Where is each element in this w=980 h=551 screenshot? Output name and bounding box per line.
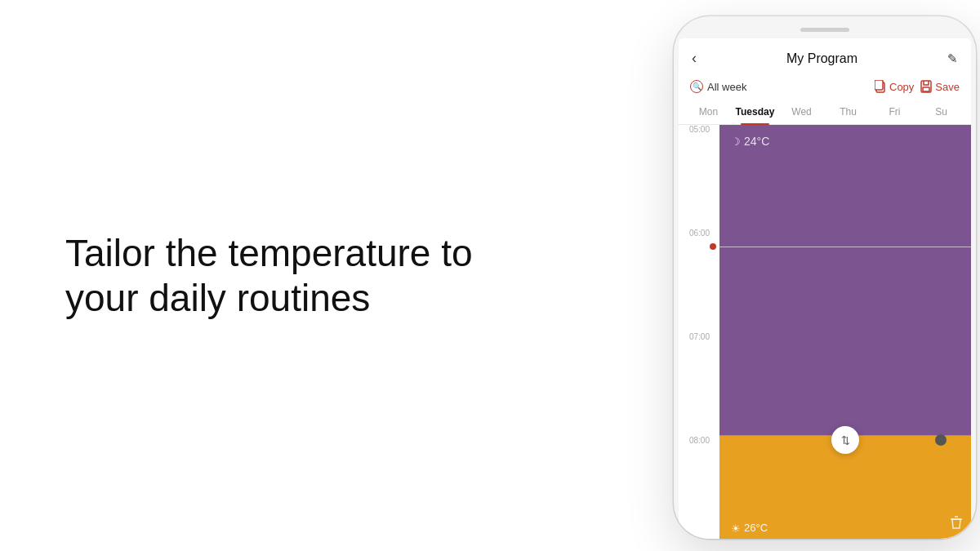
wake-temp: 26°C <box>744 522 768 534</box>
tab-wednesday[interactable]: Wed <box>778 100 825 124</box>
tab-tuesday[interactable]: Tuesday <box>732 100 778 124</box>
phone-frame: ‹ My Program ✎ 🔍 All week Copy <box>674 16 976 539</box>
app-header: ‹ My Program ✎ <box>679 38 971 75</box>
time-labels: 05:00 06:00 07:00 08:00 <box>679 125 719 539</box>
app-screen: ‹ My Program ✎ 🔍 All week Copy <box>679 38 971 539</box>
tab-thursday[interactable]: Thu <box>825 100 871 124</box>
timeline-marker <box>710 243 716 250</box>
all-week-button[interactable]: 🔍 All week <box>690 80 868 93</box>
drag-handle[interactable]: ⇅ <box>831 426 859 454</box>
copy-button[interactable]: Copy <box>875 80 914 93</box>
day-tabs: Mon Tuesday Wed Thu Fri Su <box>679 100 971 125</box>
time-label-0500: 05:00 <box>684 125 715 134</box>
tab-sunday[interactable]: Su <box>918 100 964 124</box>
sun-icon: ☀ <box>731 522 741 535</box>
headline: Tailor the temperature to your daily rou… <box>65 230 473 320</box>
action-row: 🔍 All week Copy Save <box>679 75 971 100</box>
save-label: Save <box>935 81 960 93</box>
moon-icon: ☽ <box>731 136 741 148</box>
wake-temp-label: ☀ 26°C <box>731 522 768 535</box>
drag-arrows: ⇅ <box>841 434 850 447</box>
tab-friday[interactable]: Fri <box>871 100 918 124</box>
svg-rect-1 <box>875 80 883 90</box>
time-label-0600: 06:00 <box>684 229 715 238</box>
delete-button[interactable] <box>950 515 963 533</box>
headline-line1: Tailor the temperature to <box>65 231 473 273</box>
all-week-label: All week <box>707 81 746 93</box>
phone-speaker <box>800 28 849 32</box>
save-button[interactable]: Save <box>920 80 960 93</box>
save-icon <box>920 80 932 93</box>
app-title: My Program <box>786 51 858 66</box>
headline-line2: your daily routines <box>65 277 370 319</box>
tab-monday[interactable]: Mon <box>685 100 732 124</box>
sleep-block: ☽ 24°C <box>719 125 971 436</box>
phone-mockup: ‹ My Program ✎ 🔍 All week Copy <box>653 16 980 547</box>
sleep-temp: 24°C <box>744 135 769 148</box>
copy-icon <box>875 80 886 93</box>
left-content: Tailor the temperature to your daily rou… <box>65 230 473 320</box>
chart-area: 05:00 06:00 07:00 08:00 ☽ 24°C <box>679 125 971 539</box>
back-button[interactable]: ‹ <box>692 50 697 67</box>
edit-button[interactable]: ✎ <box>947 51 958 66</box>
search-icon: 🔍 <box>690 80 703 93</box>
copy-label: Copy <box>889 81 914 93</box>
time-label-0700: 07:00 <box>684 332 715 341</box>
svg-rect-3 <box>923 87 929 91</box>
chart-content: ☽ 24°C ☀ 26°C <box>719 125 971 539</box>
time-label-0800: 08:00 <box>684 436 715 445</box>
timeline-line <box>719 247 971 247</box>
sleep-temp-label: ☽ 24°C <box>731 135 769 148</box>
drag-dot[interactable] <box>935 434 947 446</box>
